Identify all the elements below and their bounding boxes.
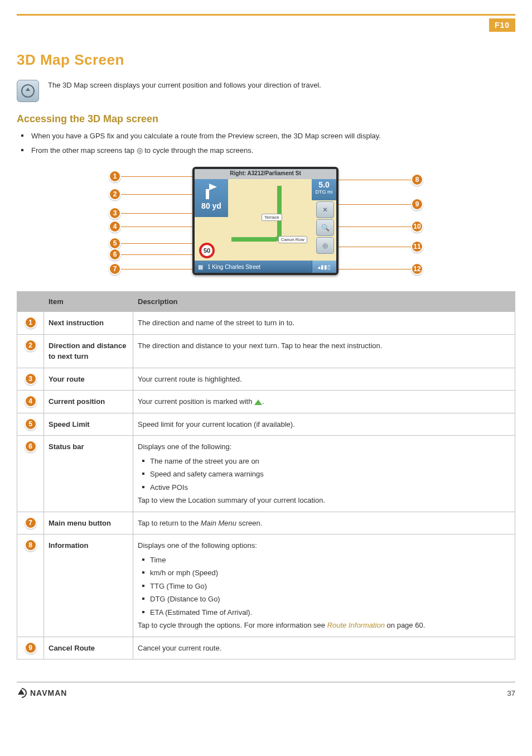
current-street: 1 King Charles Street xyxy=(207,264,260,270)
speed-limit-sign: 50 xyxy=(199,243,215,258)
row-badge: 2 xyxy=(25,339,37,351)
table-row: 4 Current position Your current position… xyxy=(17,391,515,413)
street-label: Terrace xyxy=(262,214,282,221)
product-badge: F10 xyxy=(489,18,515,32)
row-item: Information xyxy=(44,535,133,637)
top-rule xyxy=(17,14,515,16)
row-desc: Displays one of the following: The name … xyxy=(133,436,515,512)
row-item: Main menu button xyxy=(44,512,133,535)
menu-icon: ▦ xyxy=(198,264,203,270)
row-desc: Your current position is marked with . xyxy=(133,391,515,413)
table-row: 2 Direction and distance to next turn Th… xyxy=(17,334,515,368)
row-item: Current position xyxy=(44,391,133,413)
footer: NAVMAN 37 xyxy=(17,682,515,712)
row-badge: 9 xyxy=(25,642,37,654)
row-item: Your route xyxy=(44,368,133,391)
table-row: 7 Main menu button Tap to return to the … xyxy=(17,512,515,535)
callout-2: 2 xyxy=(109,188,121,200)
cycle-map-button: ◎ xyxy=(316,237,334,254)
table-row: 8 Information Displays one of the follow… xyxy=(17,535,515,637)
page-number: 37 xyxy=(507,689,515,697)
row-badge: 3 xyxy=(25,373,37,385)
callout-3: 3 xyxy=(109,207,121,219)
turn-arrow-icon xyxy=(204,184,219,199)
access-heading: Accessing the 3D Map screen xyxy=(17,113,515,125)
intro-row: The 3D Map screen displays your current … xyxy=(17,80,515,102)
callout-6: 6 xyxy=(109,248,121,261)
next-instruction-bar: Right: A3212/Parliament St xyxy=(195,169,336,179)
callout-12: 12 xyxy=(411,263,423,275)
access-item: From the other map screens tap ◎ to cycl… xyxy=(17,145,515,156)
row-badge: 4 xyxy=(25,395,37,407)
callout-5: 5 xyxy=(109,237,121,249)
callout-10: 10 xyxy=(411,220,423,233)
cancel-route-button: ✕ xyxy=(316,201,334,218)
row-desc: The direction and distance to your next … xyxy=(133,334,515,368)
row-badge: 7 xyxy=(25,517,37,529)
screenshot-figure: 1 2 3 4 5 6 7 8 9 10 11 12 Right: A3212/… xyxy=(17,167,515,280)
callout-11: 11 xyxy=(411,240,423,253)
table-row: 3 Your route Your current route is highl… xyxy=(17,368,515,391)
turn-distance: 80 yd xyxy=(195,201,228,210)
spec-table: Item Description 1 Next instruction The … xyxy=(17,291,515,659)
street-label: Canon Row xyxy=(278,236,307,243)
row-badge: 1 xyxy=(25,316,37,329)
th-desc: Description xyxy=(133,292,515,312)
row-desc: The direction and name of the street to … xyxy=(133,312,515,335)
row-item: Direction and distance to next turn xyxy=(44,334,133,368)
gps-indicator: ▴▮▮▯ xyxy=(312,261,336,273)
table-row: 9 Cancel Route Cancel your current route… xyxy=(17,637,515,659)
page-title: 3D Map Screen xyxy=(17,51,515,69)
access-item: When you have a GPS fix and you calculat… xyxy=(17,131,515,142)
row-desc: Speed limit for your current location (i… xyxy=(133,413,515,436)
info-panel: 5.0 DTG mi xyxy=(312,179,336,200)
callout-4: 4 xyxy=(109,220,121,233)
turn-panel: 80 yd xyxy=(195,179,228,217)
row-item: Speed Limit xyxy=(44,413,133,436)
row-desc: Your current route is highlighted. xyxy=(133,368,515,391)
row-item: Cancel Route xyxy=(44,637,133,659)
th-blank xyxy=(17,292,44,312)
xref-link: Route Information xyxy=(327,621,385,629)
table-row: 1 Next instruction The direction and nam… xyxy=(17,312,515,335)
access-list: When you have a GPS fix and you calculat… xyxy=(17,131,515,156)
map-screen-icon xyxy=(17,80,39,102)
th-item: Item xyxy=(44,292,133,312)
table-row: 6 Status bar Displays one of the followi… xyxy=(17,436,515,512)
row-desc: Cancel your current route. xyxy=(133,637,515,659)
position-marker-icon xyxy=(254,399,262,405)
callout-1: 1 xyxy=(109,170,121,182)
row-badge: 5 xyxy=(25,418,37,430)
row-item: Next instruction xyxy=(44,312,133,335)
row-desc: Displays one of the following options: T… xyxy=(133,535,515,637)
navman-logo: NAVMAN xyxy=(17,688,67,698)
callout-9: 9 xyxy=(411,198,423,210)
row-badge: 8 xyxy=(25,539,37,551)
callout-7: 7 xyxy=(109,263,121,275)
device-mockup: Right: A3212/Parliament St 80 yd 5.0 DTG… xyxy=(192,167,338,275)
row-desc: Tap to return to the Main Menu screen. xyxy=(133,512,515,535)
intro-text: The 3D Map screen displays your current … xyxy=(48,80,515,91)
table-row: 5 Speed Limit Speed limit for your curre… xyxy=(17,413,515,436)
row-badge: 6 xyxy=(25,440,37,452)
callout-8: 8 xyxy=(411,174,423,186)
zoom-button: 🔍 xyxy=(316,219,334,236)
logo-icon xyxy=(17,688,27,698)
side-buttons: ✕ 🔍 ◎ xyxy=(316,201,334,254)
row-item: Status bar xyxy=(44,436,133,512)
